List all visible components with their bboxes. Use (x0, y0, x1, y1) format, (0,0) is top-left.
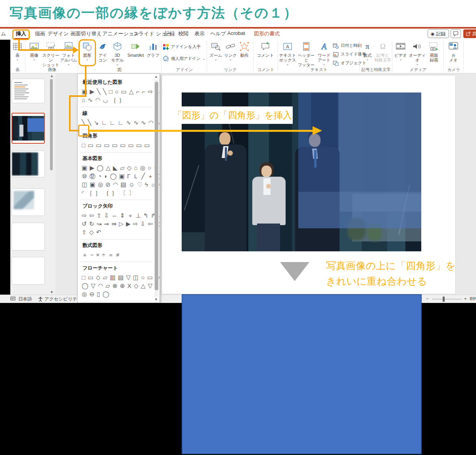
shape-glyph-row[interactable]: ⑩ ⑫ ◔ ◗ ◯ ▣ Γ Ｌ ╱ ＋ ▢ ▯ (82, 172, 151, 180)
video-icon (395, 41, 406, 52)
icons-icon (97, 41, 108, 52)
group-comments: コメント コメント (254, 40, 277, 73)
thumbnail-slide-5[interactable] (12, 223, 45, 251)
comment-button[interactable]: コメント (254, 40, 276, 58)
tab-design[interactable]: デザイン (48, 30, 69, 37)
tab-acrobat[interactable]: Acrobat (227, 30, 245, 36)
my-addins-button[interactable]: 個人用アドイン (163, 55, 205, 63)
link-button[interactable]: リンク (223, 40, 238, 60)
scroll-up-icon[interactable]: ▲ (50, 74, 54, 78)
person-head (261, 166, 272, 177)
menu-scroll-up-icon[interactable]: ▲ (154, 75, 158, 79)
shape-glyph-row[interactable]: □ ▭ ▭ ▭ ▭ ▭ ▭ ▭ ▭ (82, 141, 151, 149)
thumbnail-slide-3[interactable] (12, 150, 45, 177)
shape-glyph-row[interactable]: ◯ ▽ ◠ ▱ ⊗ ⊕ Χ ◇ △ ▽ ◖ ◗ (82, 281, 151, 290)
screenshot-button[interactable]: スクリーン ショット (42, 40, 60, 70)
get-addins-button[interactable]: アドインを入手 (163, 43, 205, 51)
header-footer-button[interactable]: ヘッダーと フッター (296, 40, 316, 67)
scroll-down-icon[interactable]: ▼ (50, 291, 54, 294)
tab-home-clipped[interactable]: ム (1, 30, 6, 37)
tab-help[interactable]: ヘルプ (210, 30, 226, 37)
record-button[interactable]: ◉ 記録 (428, 29, 449, 38)
shape-glyph-row[interactable]: ⇨ ⇦ ⇧ ⇩ ⇔ ⇕ ＋ ⊥ ↰ ↱ ↲ ↳ (82, 211, 151, 220)
shape-glyph-row[interactable]: ◫ ▣ ◎ ⊘ ◠ ▤ ☺ ♡ ϟ ☼ ☾ ☁ (82, 180, 151, 189)
new-comment-icon (260, 41, 271, 52)
shape-glyph-row[interactable]: ◎ ⊖ ▯ ◯ (82, 290, 151, 298)
thumbnail-slide-6[interactable] (12, 257, 45, 285)
textbox-button[interactable]: A テキスト ボックス (279, 40, 296, 65)
symbol-button[interactable]: Ω 記号と 特殊文字 (374, 40, 392, 62)
language-status[interactable]: 日本語 (18, 296, 32, 302)
insert-annotation-arrow (89, 130, 313, 132)
tab-view[interactable]: 表示 (194, 30, 205, 37)
action-button[interactable]: 動作 (238, 40, 251, 58)
group-separator (78, 41, 78, 71)
group-links: ズーム リンク 動作 リンク (208, 40, 253, 73)
date-time-icon (333, 43, 339, 49)
thumbnail-slide-1[interactable] (12, 79, 45, 103)
tab-draw[interactable]: 描画 (35, 30, 45, 37)
chart-icon (148, 41, 159, 52)
tab-shape-format[interactable]: 図形の書式 (254, 30, 280, 37)
shape-glyph-row[interactable]: ↺ ↻ ↝ ⇒ ⇛ ▷ ▶ ⇨ ⇩ ⇦ ◁ ⊳ (82, 220, 151, 228)
crop-black-strip (0, 40, 10, 295)
comments-button[interactable] (451, 29, 461, 38)
3d-models-button[interactable]: 3D モデル (109, 40, 125, 65)
screen-recording-button[interactable]: 画面 録画 (426, 40, 441, 62)
cameo-button[interactable]: P カ メオ (445, 40, 462, 62)
thumbnail-slide-4[interactable] (12, 188, 45, 216)
person-head (219, 132, 230, 145)
menu-section-title: フローチャート (83, 265, 151, 272)
share-icon (466, 31, 470, 36)
zoom-in-button[interactable]: + (464, 296, 467, 301)
thumbnail-slide-2-selected[interactable] (12, 113, 45, 144)
zoom-icon (210, 41, 221, 52)
inserted-blue-rectangle[interactable] (182, 294, 422, 454)
zoom-out-button[interactable]: − (426, 296, 429, 301)
shape-glyph-row[interactable]: ＋ − × ÷ ＝ ≠ (82, 251, 151, 259)
tab-review[interactable]: 校閲 (178, 30, 188, 37)
screen-recording-icon (428, 41, 440, 52)
down-triangle-marker (280, 262, 309, 281)
wordart-button[interactable]: A ワード アート (316, 40, 332, 65)
slide-number-icon (333, 52, 339, 58)
cameo-icon: P (448, 41, 459, 52)
shapes-dropdown-menu: 最近使用した図形▣ ▶ ╲ ╲ □ ○ ▭ △ ⌐ ⌐ ⇨ ⇩⌂ ∿ ◠ ◡ ｛… (77, 73, 160, 303)
shape-glyph-row[interactable]: ╲ ╲ ↘ ∟ ∟ ∟ ∿ ∿ ∿ ◠ ⌂ ∿ (82, 118, 151, 127)
audio-button[interactable]: オーディオ (408, 40, 426, 65)
tab-record[interactable]: 記録 (165, 30, 175, 37)
chart-button[interactable]: グラフ (146, 40, 160, 58)
record-icon: ◉ (431, 31, 435, 37)
tab-transitions[interactable]: 画面切り替え (71, 30, 102, 37)
menu-scrollbar-thumb[interactable] (155, 82, 158, 290)
zoom-percentage[interactable]: 89% (470, 296, 476, 301)
shape-glyph-row[interactable]: ◜ ［ ］ ｛ ｝ 〔 〕 (82, 189, 151, 197)
menu-section-title: 基本図形 (83, 155, 151, 162)
group-symbols: π 数式 Ω 記号と 特殊文字 記号と特殊文字 (361, 40, 392, 73)
screenshot-page: 写真画像の一部の縁をぼかす方法（その１） ム 挿入 描画 デザイン 画面切り替え… (0, 0, 476, 455)
icons-button[interactable]: アイ コン (96, 40, 109, 62)
shape-glyph-row[interactable]: ⇧ ◇ ↶ (82, 228, 151, 236)
smartart-button[interactable]: SmartArt (125, 40, 146, 58)
shape-glyph-row[interactable]: ⌂ ∿ ◠ ◡ ｛ ｝ (82, 96, 151, 104)
menu-section-title: 数式図形 (83, 242, 151, 249)
equation-button[interactable]: π 数式 (361, 40, 374, 60)
menu-divider (80, 152, 152, 152)
share-button[interactable]: 共有 (463, 29, 476, 38)
shape-glyph-row[interactable]: □ ▭ ◇ ▱ ▥ ▤ ▽ ◫ ○ ▭ ▱ ▽ (82, 273, 151, 281)
shape-glyph-row[interactable]: ▣ ▶ ◯ △ ◣ ▱ ◇ ⌂ ◎ ○ ⑦ ⑧ (82, 164, 151, 172)
thumbnail-scrollbar-thumb[interactable] (50, 79, 53, 170)
group-images: 画像 スクリーン ショット フォト アルバム 画像 (26, 40, 78, 73)
zoom-button[interactable]: ズーム (208, 40, 223, 60)
annotation-arrowhead (73, 46, 79, 54)
menu-divider (80, 262, 152, 262)
notes-icon[interactable] (10, 296, 15, 301)
shape-glyph-row[interactable]: ▣ ▶ ╲ ╲ □ ○ ▭ △ ⌐ ⌐ ⇨ ⇩ (82, 87, 151, 96)
video-button[interactable]: ビデオ (393, 40, 408, 60)
zoom-slider-track[interactable] (432, 299, 462, 299)
title-band: 写真画像の一部の縁をぼかす方法（その１） (0, 0, 476, 27)
zoom-slider-thumb[interactable] (443, 297, 445, 302)
wordart-icon: A (319, 41, 330, 52)
menu-scroll-down-icon[interactable]: ▼ (154, 298, 158, 301)
person-hand (266, 184, 271, 189)
